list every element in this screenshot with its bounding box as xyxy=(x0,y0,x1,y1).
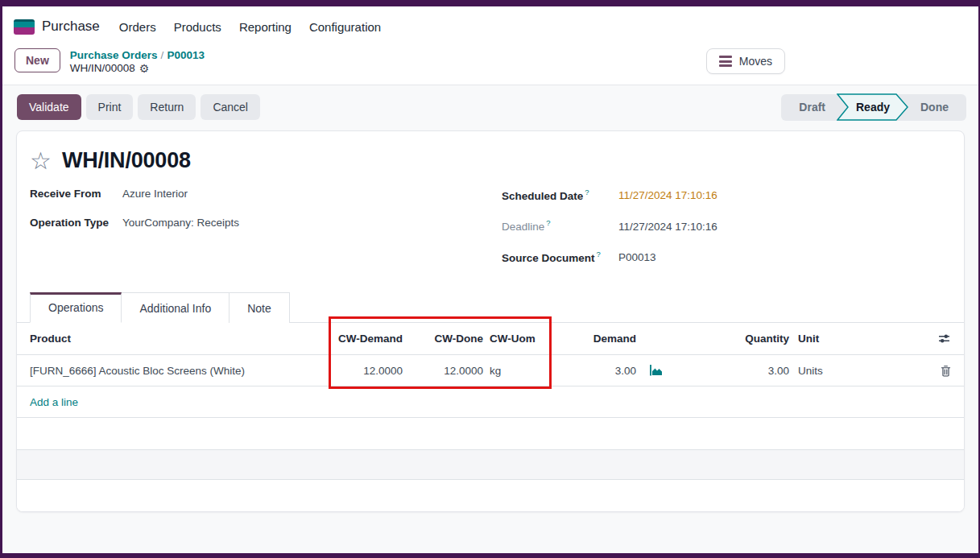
cancel-button[interactable]: Cancel xyxy=(201,94,260,120)
new-button[interactable]: New xyxy=(14,48,60,72)
operation-type-field: Operation Type YourCompany: Receipts xyxy=(30,217,490,229)
header-demand[interactable]: Demand xyxy=(548,333,636,345)
cell-product[interactable]: [FURN_6666] Acoustic Bloc Screens (White… xyxy=(30,365,326,377)
return-button[interactable]: Return xyxy=(138,94,196,120)
help-icon: ? xyxy=(546,218,550,227)
help-icon: ? xyxy=(597,250,601,258)
header-cw-uom[interactable]: CW-Uom xyxy=(483,333,548,345)
form-status-bar: Validate Print Return Cancel Draft Ready… xyxy=(2,85,978,126)
cell-unit[interactable]: Units xyxy=(789,365,886,377)
gear-icon[interactable]: ⚙ xyxy=(139,63,150,74)
status-draft[interactable]: Draft xyxy=(788,101,837,114)
header-cw-done[interactable]: CW-Done xyxy=(403,333,483,345)
source-document-label: Source Document? xyxy=(502,250,618,264)
breadcrumb-order-link[interactable]: P00013 xyxy=(167,49,205,61)
field-group: Receive From Azure Interior Operation Ty… xyxy=(17,175,964,281)
operations-table: Product CW-Demand CW-Done CW-Uom Demand … xyxy=(17,323,964,480)
receive-from-value[interactable]: Azure Interior xyxy=(122,188,188,200)
notebook-tabs: Operations Additional Info Note xyxy=(17,292,964,323)
right-field-column: Scheduled Date? 11/27/2024 17:10:16 Dead… xyxy=(490,188,951,281)
table-row[interactable]: [FURN_6666] Acoustic Bloc Screens (White… xyxy=(17,355,964,386)
menu-orders[interactable]: Orders xyxy=(119,17,156,37)
menu-configuration[interactable]: Configuration xyxy=(309,17,381,37)
trash-icon[interactable] xyxy=(941,365,951,377)
header-product[interactable]: Product xyxy=(30,333,326,345)
purchase-app-logo-icon[interactable] xyxy=(14,19,35,35)
breadcrumb-purchase-orders-link[interactable]: Purchase Orders xyxy=(70,49,158,61)
add-a-line-link[interactable]: Add a line xyxy=(30,396,78,408)
left-field-column: Receive From Azure Interior Operation Ty… xyxy=(30,188,490,281)
cell-cw-demand[interactable]: 12.0000 xyxy=(326,365,403,377)
sheet-filler xyxy=(17,480,964,511)
record-title: WH/IN/00008 xyxy=(62,148,191,173)
moves-button[interactable]: Moves xyxy=(706,48,785,74)
empty-row xyxy=(17,450,964,480)
deadline-value[interactable]: 11/27/2024 17:10:16 xyxy=(618,221,717,233)
breadcrumb-separator: / xyxy=(158,49,167,61)
pipeline-status-widget: Draft Ready Done xyxy=(781,94,966,121)
top-navbar: Purchase Orders Products Reporting Confi… xyxy=(2,6,978,85)
top-menus: Orders Products Reporting Configuration xyxy=(119,17,381,37)
record-title-row: ☆ WH/IN/00008 xyxy=(17,131,964,175)
add-line-row: Add a line xyxy=(17,386,964,418)
breadcrumb-current-record: WH/IN/00008 xyxy=(70,62,135,75)
tab-note[interactable]: Note xyxy=(229,292,290,323)
header-unit[interactable]: Unit xyxy=(789,333,886,345)
tab-additional-info[interactable]: Additional Info xyxy=(122,292,229,323)
sliders-icon[interactable] xyxy=(937,333,951,344)
area-chart-icon[interactable] xyxy=(649,364,664,377)
status-done[interactable]: Done xyxy=(909,101,960,114)
menu-products[interactable]: Products xyxy=(174,17,221,37)
breadcrumb-row: New Purchase Orders/P00013 WH/IN/00008 ⚙… xyxy=(2,42,978,85)
hamburger-menu-icon xyxy=(719,56,732,67)
browser-window: Purchase Orders Products Reporting Confi… xyxy=(2,6,978,553)
receive-from-field: Receive From Azure Interior xyxy=(30,188,490,200)
tab-operations[interactable]: Operations xyxy=(30,292,122,323)
moves-button-label: Moves xyxy=(739,55,772,68)
receive-from-label: Receive From xyxy=(30,188,122,200)
desktop-background: Purchase Orders Products Reporting Confi… xyxy=(0,0,980,558)
source-document-value[interactable]: P00013 xyxy=(618,251,656,263)
source-document-field: Source Document? P00013 xyxy=(502,250,951,264)
scheduled-date-value[interactable]: 11/27/2024 17:10:16 xyxy=(618,189,717,201)
operation-type-label: Operation Type xyxy=(30,217,122,229)
scheduled-date-field: Scheduled Date? 11/27/2024 17:10:16 xyxy=(502,188,951,202)
menu-reporting[interactable]: Reporting xyxy=(239,17,292,37)
validate-button[interactable]: Validate xyxy=(17,94,81,120)
cell-demand[interactable]: 3.00 xyxy=(548,365,636,377)
status-ready-active[interactable]: Ready xyxy=(837,93,909,121)
scheduled-date-label: Scheduled Date? xyxy=(502,188,618,202)
table-header-row: Product CW-Demand CW-Done CW-Uom Demand … xyxy=(17,323,964,355)
star-icon[interactable]: ☆ xyxy=(30,147,52,175)
deadline-field: Deadline? 11/27/2024 17:10:16 xyxy=(502,218,951,233)
header-cw-demand[interactable]: CW-Demand xyxy=(326,333,403,345)
cell-quantity[interactable]: 3.00 xyxy=(676,365,789,377)
app-name[interactable]: Purchase xyxy=(42,19,100,35)
breadcrumb: Purchase Orders/P00013 WH/IN/00008 ⚙ xyxy=(70,48,205,75)
empty-row xyxy=(17,418,964,450)
deadline-label: Deadline? xyxy=(502,218,618,233)
operation-type-value[interactable]: YourCompany: Receipts xyxy=(122,217,239,229)
cell-cw-done[interactable]: 12.0000 xyxy=(403,365,483,377)
form-sheet: ☆ WH/IN/00008 Receive From Azure Interio… xyxy=(16,130,965,512)
help-icon: ? xyxy=(585,188,589,196)
cell-cw-uom[interactable]: kg xyxy=(483,365,548,377)
main-menu-bar: Purchase Orders Products Reporting Confi… xyxy=(2,6,978,42)
header-quantity[interactable]: Quantity xyxy=(676,333,789,345)
print-button[interactable]: Print xyxy=(86,94,134,120)
